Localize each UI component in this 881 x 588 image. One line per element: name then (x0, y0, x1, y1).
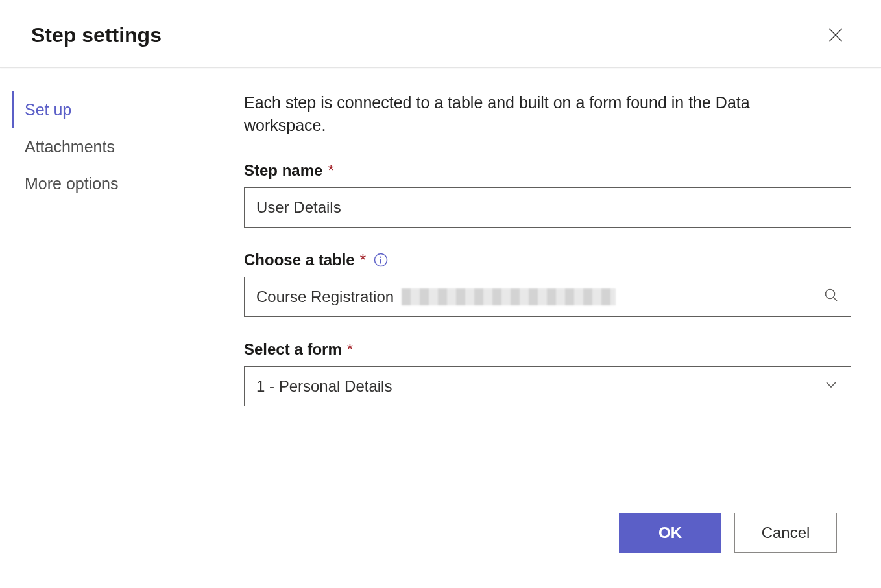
chevron-down-icon (823, 377, 839, 396)
ok-button[interactable]: OK (619, 513, 721, 553)
close-icon (827, 26, 845, 44)
close-button[interactable] (821, 21, 850, 49)
step-name-input[interactable] (244, 187, 851, 228)
search-icon (823, 287, 839, 307)
svg-point-5 (826, 290, 835, 299)
step-name-label: Step name (244, 161, 322, 180)
choose-table-value: Course Registration (256, 288, 394, 306)
required-indicator: * (347, 340, 353, 359)
select-form-group: Select a form * 1 - Personal Details (244, 340, 851, 406)
select-form-label: Select a form (244, 340, 342, 359)
svg-line-6 (834, 298, 837, 301)
choose-table-lookup[interactable]: Course Registration (244, 277, 851, 317)
svg-point-3 (380, 257, 381, 258)
required-indicator: * (360, 251, 366, 269)
choose-table-value-wrap: Course Registration (256, 288, 616, 306)
sidebar: Set up Attachments More options (0, 68, 234, 588)
choose-table-label-row: Choose a table * (244, 251, 851, 269)
main-panel: Each step is connected to a table and bu… (234, 68, 881, 588)
redacted-text (402, 288, 616, 305)
select-form-value: 1 - Personal Details (256, 377, 392, 395)
dialog-title: Step settings (31, 23, 162, 47)
sidebar-item-label: More options (25, 174, 119, 193)
step-name-group: Step name * (244, 161, 851, 228)
cancel-button[interactable]: Cancel (734, 513, 837, 553)
select-form-label-row: Select a form * (244, 340, 851, 359)
dialog-header: Step settings (0, 0, 881, 68)
choose-table-label: Choose a table (244, 251, 355, 269)
sidebar-item-attachments[interactable]: Attachments (12, 128, 234, 165)
choose-table-group: Choose a table * Course Registration (244, 251, 851, 317)
step-name-label-row: Step name * (244, 161, 851, 180)
sidebar-item-more-options[interactable]: More options (12, 165, 234, 202)
dialog-footer: OK Cancel (619, 513, 837, 553)
ok-button-label: OK (658, 524, 682, 542)
sidebar-item-label: Attachments (25, 137, 115, 156)
svg-rect-4 (380, 259, 381, 264)
select-form-dropdown[interactable]: 1 - Personal Details (244, 366, 851, 406)
sidebar-item-setup[interactable]: Set up (12, 91, 234, 128)
dialog-body: Set up Attachments More options Each ste… (0, 68, 881, 588)
cancel-button-label: Cancel (762, 524, 810, 542)
step-settings-dialog: Step settings Set up Attachments More op… (0, 0, 881, 588)
info-icon[interactable] (374, 253, 388, 267)
required-indicator: * (328, 161, 333, 180)
panel-description: Each step is connected to a table and bu… (244, 91, 828, 137)
sidebar-item-label: Set up (25, 100, 71, 119)
